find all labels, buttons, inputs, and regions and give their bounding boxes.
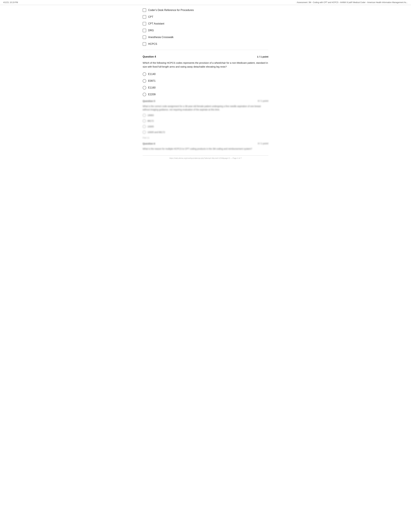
part-label: Part 11 <box>143 136 268 139</box>
radio-option-e1160[interactable]: E1160 <box>143 86 268 90</box>
question-4-text: Which of the following HCPCS codes repre… <box>143 61 268 69</box>
page-content: Coder's Desk Reference for Procedures CP… <box>136 5 275 167</box>
checkbox-list: Coder's Desk Reference for Procedures CP… <box>143 8 268 46</box>
question-4-points: 1 / 1 point <box>257 55 268 59</box>
checkbox-anesthesia-crosswalk[interactable] <box>143 36 146 39</box>
list-item[interactable]: Anesthesia Crosswalk <box>143 35 268 39</box>
question-6-points: 0 / 1 point <box>258 142 268 146</box>
checkbox-label: CPT Assistant <box>148 22 164 26</box>
footer-text: https://vlab.ahima.org/mod/quiz/attempt.… <box>169 157 242 159</box>
question-5-title: Question 5 <box>143 99 155 103</box>
checkbox-coders-desk[interactable] <box>143 8 146 12</box>
checkbox-drg[interactable] <box>143 29 146 32</box>
checkbox-label: HCPCS <box>148 42 157 46</box>
header-datetime: 4/1/23, 10:19 PM <box>3 1 18 4</box>
radio-option-e0971[interactable]: E0971 <box>143 79 268 83</box>
blurred-radio-option-2: 88172 <box>143 119 268 123</box>
list-item[interactable]: CPT <box>143 15 268 19</box>
blurred-radio-circle <box>143 119 146 123</box>
radio-option-e2209[interactable]: E2209 <box>143 93 268 96</box>
question-6-text: What is the reason for multiple HCPCS to… <box>143 147 268 151</box>
list-item[interactable]: DRG <box>143 28 268 32</box>
checkbox-label: Anesthesia Crosswalk <box>148 35 173 39</box>
question-4-title: Question 4 <box>143 55 156 59</box>
radio-circle[interactable] <box>143 79 146 83</box>
blurred-radio-option-3: 10005 <box>143 125 268 128</box>
footer-bar: https://vlab.ahima.org/mod/quiz/attempt.… <box>143 155 268 161</box>
radio-option-e1140[interactable]: E1140 <box>143 72 268 76</box>
blurred-radio-option-1: 19083 <box>143 114 268 117</box>
checkbox-label: Coder's Desk Reference for Procedures <box>148 8 194 12</box>
blurred-option-label: 10005 <box>148 125 154 128</box>
blurred-radio-option-4: 10005 and 88172 <box>143 131 268 134</box>
header-bar: 4/1/23, 10:19 PM : Assessment: 3M - Codi… <box>0 0 411 5</box>
radio-label: E2209 <box>148 93 156 96</box>
question-5-text: What is the correct code assignment for … <box>143 105 268 111</box>
radio-circle[interactable] <box>143 86 146 89</box>
question-5-blurred: Question 5 0 / 1 point What is the corre… <box>143 99 268 139</box>
question-4: Question 4 1 / 1 point Which of the foll… <box>143 55 268 96</box>
checkbox-label: CPT <box>148 15 153 19</box>
question-5-points: 0 / 1 point <box>258 99 268 103</box>
blurred-radio-circle <box>143 131 146 134</box>
question-5-header: Question 5 0 / 1 point <box>143 99 268 103</box>
blurred-option-label: 19083 <box>148 114 154 117</box>
blurred-option-label: 10005 and 88172 <box>148 131 165 134</box>
blurred-radio-circle <box>143 114 146 117</box>
question-6-title: Question 6 <box>143 142 155 146</box>
radio-label: E0971 <box>148 79 156 83</box>
checkbox-label: DRG <box>148 28 154 32</box>
question-6-header: Question 6 0 / 1 point <box>143 142 268 146</box>
list-item[interactable]: HCPCS <box>143 42 268 46</box>
radio-circle[interactable] <box>143 93 146 96</box>
checkbox-hcpcs[interactable] <box>143 42 146 46</box>
list-item[interactable]: Coder's Desk Reference for Procedures <box>143 8 268 12</box>
checkbox-cpt-assistant[interactable] <box>143 22 146 26</box>
question-6-blurred: Question 6 0 / 1 point What is the reaso… <box>143 142 268 151</box>
header-title: : Assessment: 3M - Coding with CPT and H… <box>296 1 408 4</box>
checkbox-cpt[interactable] <box>143 15 146 19</box>
question-4-header: Question 4 1 / 1 point <box>143 55 268 59</box>
radio-label: E1160 <box>148 86 156 90</box>
list-item[interactable]: CPT Assistant <box>143 22 268 26</box>
radio-circle[interactable] <box>143 72 146 76</box>
radio-label: E1140 <box>148 72 156 76</box>
blurred-radio-circle <box>143 125 146 128</box>
blurred-option-label: 88172 <box>148 119 154 123</box>
